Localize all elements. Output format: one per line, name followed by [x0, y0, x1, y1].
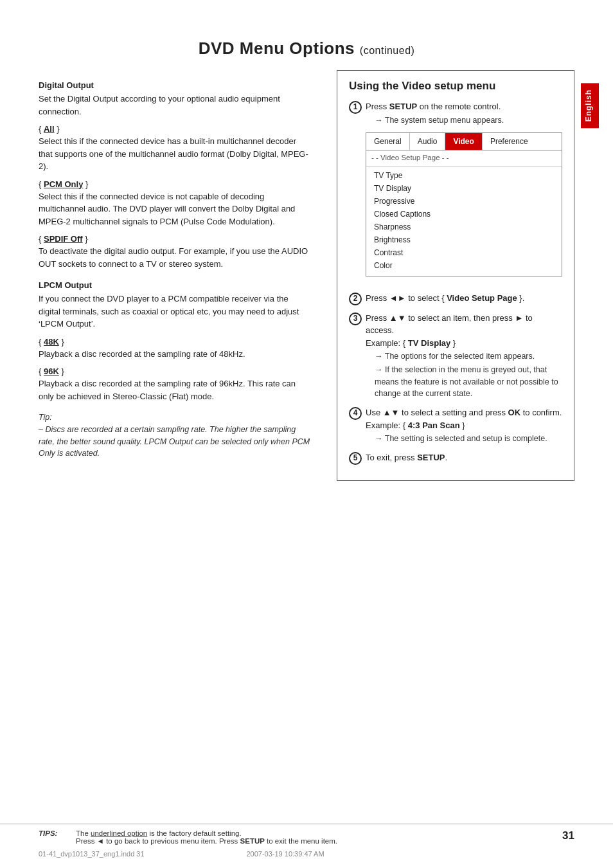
step-2-num: 2: [349, 293, 362, 305]
tip-body: – Discs are recorded at a certain sampli…: [39, 425, 310, 458]
tab-preference[interactable]: Preference: [483, 133, 536, 150]
item-48k-body: Playback a disc recorded at the sampling…: [39, 348, 311, 361]
step-5-content: To exit, press SETUP.: [366, 451, 562, 464]
step-4-num: 4: [349, 407, 362, 420]
step-2: 2 Press ◄► to select { Video Setup Page …: [349, 292, 562, 305]
step-4-example: Example: { 4:3 Pan Scan }: [366, 420, 465, 430]
step-4-arrow1: → The setting is selected and setup is c…: [366, 433, 562, 445]
footer-note: 01-41_dvp1013_37_eng1.indd 31 2007-03-19…: [39, 850, 324, 858]
step-3-content: Press ▲▼ to select an item, then press ►…: [366, 312, 562, 401]
menu-item-contrast: Contrast: [374, 246, 554, 259]
menu-sub-header: - - Video Setup Page - -: [366, 150, 562, 166]
lpcm-body: If you connect the DVD player to a PCM c…: [39, 293, 311, 330]
tip-label: Tip:: [39, 413, 52, 422]
step-3-text: Press ▲▼ to select an item, then press ►…: [366, 313, 533, 336]
page-outer: DVD Menu Options (continued) Digital Out…: [0, 0, 613, 868]
page-title: DVD Menu Options (continued): [39, 39, 574, 59]
step-5: 5 To exit, press SETUP.: [349, 451, 562, 465]
menu-item-tv-type: TV Type: [374, 169, 554, 182]
step-1-text: Press SETUP on the remote control.: [366, 102, 501, 111]
menu-tabs-row: General Audio Video Preference: [366, 133, 562, 150]
step-3-arrow1: → The options for the selected item appe…: [366, 350, 562, 363]
step-4-content: Use ▲▼ to select a setting and press OK …: [366, 406, 562, 445]
item-48k-label: { 48K }: [39, 337, 311, 347]
tips-text2: Press ◄ to go back to previous menu item…: [76, 837, 337, 845]
step-5-text: To exit, press SETUP.: [366, 453, 447, 462]
video-setup-title: Using the Video setup menu: [349, 80, 562, 93]
step-5-num: 5: [349, 452, 362, 465]
tab-audio[interactable]: Audio: [410, 133, 446, 150]
step-1-arrow: → The system setup menu appears.: [366, 114, 562, 127]
step-3-num: 3: [349, 312, 362, 325]
step-4-text: Use ▲▼ to select a setting and press OK …: [366, 408, 562, 417]
title-continued: (continued): [360, 45, 415, 56]
item-pcm-label: { PCM Only }: [39, 179, 311, 189]
item-all-label: { All }: [39, 124, 311, 134]
menu-item-closed-captions: Closed Captions: [374, 208, 554, 221]
step-2-content: Press ◄► to select { Video Setup Page }.: [366, 292, 562, 305]
tab-video[interactable]: Video: [445, 133, 482, 150]
step-4: 4 Use ▲▼ to select a setting and press O…: [349, 406, 562, 445]
step-3: 3 Press ▲▼ to select an item, then press…: [349, 312, 562, 401]
main-columns: Digital Output Set the Digital Output ac…: [39, 70, 574, 493]
menu-item-sharpness: Sharpness: [374, 221, 554, 233]
menu-item-brightness: Brightness: [374, 233, 554, 246]
left-column: Digital Output Set the Digital Output ac…: [39, 70, 311, 493]
right-column: English Using the Video setup menu 1 Pre…: [337, 70, 574, 493]
lpcm-heading: LPCM Output: [39, 280, 311, 290]
tips-label: TIPS:: [39, 829, 64, 837]
menu-items-list: TV Type TV Display Progressive Closed Ca…: [366, 167, 562, 276]
menu-item-progressive: Progressive: [374, 195, 554, 208]
english-tab: English: [581, 83, 599, 128]
step-2-text: Press ◄► to select { Video Setup Page }.: [366, 293, 524, 303]
item-spdif-body: To deactivate the digital audio output. …: [39, 245, 311, 270]
item-96k-label: { 96K }: [39, 366, 311, 376]
tab-general[interactable]: General: [366, 133, 410, 150]
bottom-bar: TIPS: The underlined option is the facto…: [0, 824, 613, 845]
step-3-example: Example: { TV Display }: [366, 338, 456, 348]
setup-menu-table: General Audio Video Preference - - Video…: [366, 132, 562, 276]
item-pcm-body: Select this if the connected device is n…: [39, 190, 311, 228]
digital-output-body: Set the Digital Output according to your…: [39, 93, 311, 118]
video-setup-section: Using the Video setup menu 1 Press SETUP…: [337, 70, 574, 481]
tips-content: The underlined option is the factory def…: [76, 829, 337, 845]
item-all-body: Select this if the connected device has …: [39, 135, 311, 173]
step-1-content: Press SETUP on the remote control. → The…: [366, 100, 562, 285]
tip-section: Tip: – Discs are recorded at a certain s…: [39, 411, 311, 460]
item-spdif-label: { SPDIF Off }: [39, 234, 311, 244]
menu-item-tv-display: TV Display: [374, 182, 554, 195]
digital-output-heading: Digital Output: [39, 80, 311, 90]
item-96k-body: Playback a disc recorded at the sampling…: [39, 377, 311, 402]
step-3-arrow2: → If the selection in the menu is greyed…: [366, 364, 562, 400]
title-text: DVD Menu Options: [199, 39, 355, 58]
tips-text1: The underlined option is the factory def…: [76, 829, 242, 837]
menu-item-color: Color: [374, 259, 554, 272]
page-number: 31: [562, 829, 574, 842]
step-1-num: 1: [349, 101, 362, 114]
step-1: 1 Press SETUP on the remote control. → T…: [349, 100, 562, 285]
